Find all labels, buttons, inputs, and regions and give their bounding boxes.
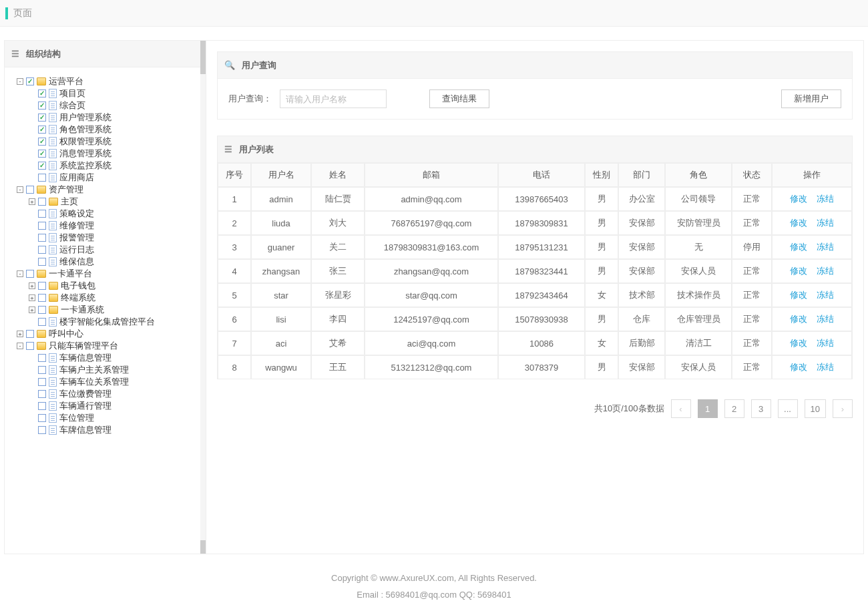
tree-checkbox[interactable]	[26, 342, 34, 350]
tree-expand-toggle[interactable]: -	[17, 270, 23, 277]
tree-checkbox[interactable]	[38, 162, 46, 170]
tree-checkbox[interactable]	[38, 222, 46, 230]
freeze-link[interactable]: 冻结	[817, 361, 834, 373]
tree-checkbox[interactable]	[38, 246, 46, 254]
tree-node-label[interactable]: 系统监控系统	[59, 160, 112, 172]
tree-checkbox[interactable]	[26, 330, 34, 338]
tree-checkbox[interactable]	[38, 174, 46, 182]
freeze-link[interactable]: 冻结	[817, 241, 834, 253]
tree-checkbox[interactable]	[38, 89, 46, 97]
tree-node-label[interactable]: 车辆车位关系管理	[59, 376, 129, 388]
scrollbar-thumb-bottom[interactable]	[200, 540, 206, 554]
tree-expand-toggle[interactable]: +	[29, 307, 35, 313]
tree-node-label[interactable]: 车牌信息管理	[59, 424, 112, 436]
edit-link[interactable]: 修改	[790, 337, 807, 349]
pager-page[interactable]: 10	[805, 399, 826, 418]
tree-checkbox[interactable]	[38, 294, 46, 302]
edit-link[interactable]: 修改	[790, 361, 807, 373]
tree-checkbox[interactable]	[38, 150, 46, 158]
tree-node-label[interactable]: 综合页	[59, 99, 85, 112]
tree-checkbox[interactable]	[38, 390, 46, 398]
tree-checkbox[interactable]	[38, 426, 46, 434]
pager-page[interactable]: 2	[724, 399, 744, 418]
tree-checkbox[interactable]	[38, 402, 46, 410]
tree-checkbox[interactable]	[26, 77, 34, 85]
search-card: 🔍 用户查询 用户查询： 查询结果 新增用户	[217, 51, 853, 120]
tree-node-label[interactable]: 消息管理系统	[59, 148, 112, 160]
scrollbar-thumb[interactable]	[200, 41, 206, 74]
tree-checkbox[interactable]	[38, 306, 46, 314]
pager-page[interactable]: ...	[778, 399, 798, 418]
tree-expand-toggle[interactable]: +	[29, 198, 35, 205]
tree-node-label[interactable]: 运营平台	[49, 75, 83, 87]
tree-checkbox[interactable]	[38, 258, 46, 266]
tree-node-label[interactable]: 用户管理系统	[59, 112, 112, 124]
tree-node-label[interactable]: 一卡通系统	[61, 304, 104, 316]
tree-node-label[interactable]: 应用商店	[59, 172, 94, 184]
tree-node-label[interactable]: 呼叫中心	[49, 328, 83, 340]
freeze-link[interactable]: 冻结	[817, 337, 834, 349]
tree-node-label[interactable]: 运行日志	[59, 244, 94, 256]
pager-page[interactable]: 1	[698, 399, 718, 418]
tree-checkbox[interactable]	[38, 198, 46, 206]
tree-node-label[interactable]: 车位缴费管理	[59, 388, 112, 400]
freeze-link[interactable]: 冻结	[817, 313, 834, 325]
tree-checkbox[interactable]	[26, 186, 34, 194]
pager-prev[interactable]: ‹	[671, 399, 691, 418]
pager-page[interactable]: 3	[751, 399, 771, 418]
tree-expand-toggle[interactable]: +	[17, 331, 23, 337]
tree-node-label[interactable]: 维保信息	[59, 256, 94, 268]
tree-checkbox[interactable]	[38, 102, 46, 110]
tree-node-label[interactable]: 权限管理系统	[59, 136, 112, 148]
freeze-link[interactable]: 冻结	[817, 193, 834, 205]
tree-node-label[interactable]: 只能车辆管理平台	[49, 340, 118, 352]
tree-node-label[interactable]: 终端系统	[61, 292, 95, 304]
tree-checkbox[interactable]	[38, 414, 46, 422]
edit-link[interactable]: 修改	[790, 265, 807, 277]
tree-node-label[interactable]: 一卡通平台	[49, 268, 92, 280]
tree-node-label[interactable]: 主页	[61, 196, 78, 208]
query-button[interactable]: 查询结果	[429, 89, 489, 108]
tree-checkbox[interactable]	[38, 210, 46, 218]
tree-node-label[interactable]: 车辆户主关系管理	[59, 364, 129, 376]
tree-node-label[interactable]: 维修管理	[59, 220, 94, 232]
tree-node-label[interactable]: 车辆信息管理	[59, 352, 112, 364]
edit-link[interactable]: 修改	[790, 313, 807, 325]
add-user-button[interactable]: 新增用户	[781, 89, 841, 108]
tree-node-label[interactable]: 资产管理	[49, 184, 83, 196]
tree-checkbox[interactable]	[38, 234, 46, 242]
tree-node-label[interactable]: 项目页	[59, 87, 85, 99]
edit-link[interactable]: 修改	[790, 217, 807, 229]
tree-checkbox[interactable]	[38, 378, 46, 386]
tree-node-label[interactable]: 角色管理系统	[59, 124, 112, 136]
search-input[interactable]	[280, 89, 387, 108]
tree-checkbox[interactable]	[38, 318, 46, 326]
freeze-link[interactable]: 冻结	[817, 265, 834, 277]
tree-checkbox[interactable]	[26, 270, 34, 278]
tree-expand-toggle[interactable]: -	[17, 186, 23, 193]
pager-next[interactable]: ›	[833, 399, 853, 418]
tree-node-label[interactable]: 车位管理	[59, 412, 94, 424]
table-header-cell: 操作	[772, 163, 852, 187]
tree-checkbox[interactable]	[38, 354, 46, 362]
edit-link[interactable]: 修改	[790, 241, 807, 253]
tree-node-label[interactable]: 电子钱包	[61, 280, 95, 292]
edit-link[interactable]: 修改	[790, 289, 807, 301]
scrollbar-track[interactable]	[200, 41, 206, 554]
tree-checkbox[interactable]	[38, 282, 46, 290]
tree-checkbox[interactable]	[38, 366, 46, 374]
tree-node-label[interactable]: 报警管理	[59, 232, 94, 244]
edit-link[interactable]: 修改	[790, 193, 807, 205]
tree-expand-toggle[interactable]: +	[29, 294, 35, 301]
tree-node-label[interactable]: 策略设定	[59, 208, 94, 220]
tree-checkbox[interactable]	[38, 114, 46, 122]
freeze-link[interactable]: 冻结	[817, 289, 834, 301]
tree-checkbox[interactable]	[38, 138, 46, 146]
tree-node-label[interactable]: 车辆通行管理	[59, 400, 112, 412]
tree-node-label[interactable]: 楼宇智能化集成管控平台	[59, 316, 155, 328]
tree-checkbox[interactable]	[38, 126, 46, 134]
tree-expand-toggle[interactable]: +	[29, 282, 35, 289]
tree-expand-toggle[interactable]: -	[17, 78, 23, 85]
freeze-link[interactable]: 冻结	[817, 217, 834, 229]
tree-expand-toggle[interactable]: -	[17, 343, 23, 349]
